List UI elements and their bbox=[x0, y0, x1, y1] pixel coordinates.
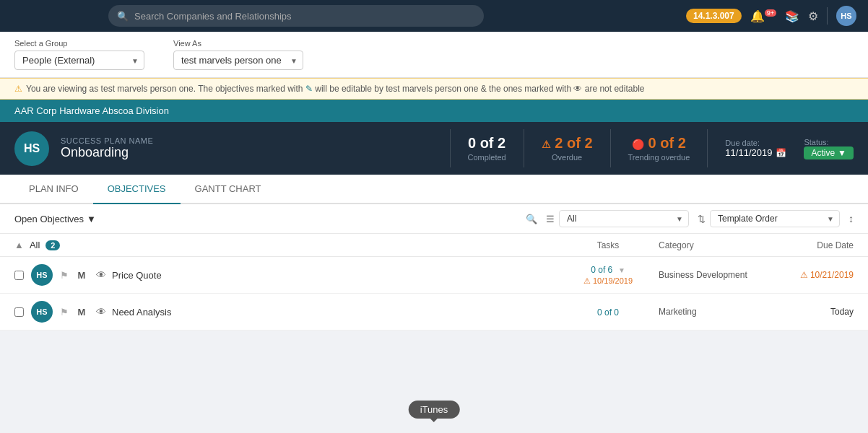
plan-info-block: SUCCESS PLAN NAME Onboarding bbox=[61, 136, 435, 160]
tab-gantt-chart[interactable]: GANTT CHART bbox=[181, 175, 276, 204]
objective-name[interactable]: Need Analysis bbox=[112, 307, 557, 318]
warning-icon: ⚠ bbox=[542, 139, 551, 150]
collapse-icon[interactable]: ▲ bbox=[14, 240, 24, 250]
group-label: Select a Group bbox=[14, 39, 144, 48]
tasks-header: Tasks bbox=[557, 240, 659, 250]
bookmark-icon[interactable]: ⚑ bbox=[57, 305, 71, 319]
warning-banner: ⚠ You are viewing as test marvels person… bbox=[0, 78, 868, 100]
stat-overdue: ⚠ 2 of 2 Overdue bbox=[524, 129, 611, 167]
search-icon: 🔍 bbox=[117, 11, 129, 22]
reorder-icon[interactable]: ↕ bbox=[849, 213, 854, 224]
row-icons: ⚑ M bbox=[57, 305, 89, 319]
notifications-icon[interactable]: 🔔9+ bbox=[750, 9, 776, 23]
search-icon[interactable]: 🔍 bbox=[526, 214, 537, 224]
avatar: HS bbox=[31, 264, 53, 286]
settings-icon[interactable]: ⚙ bbox=[808, 9, 818, 23]
all-count-badge: 2 bbox=[45, 240, 60, 250]
filter-all-wrapper: ☰ All My Objectives Unassigned ▼ bbox=[546, 210, 689, 227]
open-objectives-dropdown[interactable]: Open Objectives ▼ bbox=[14, 214, 96, 224]
search-bar[interactable]: 🔍 bbox=[108, 5, 484, 27]
filter-right: 🔍 ☰ All My Objectives Unassigned ▼ ⇅ Tem… bbox=[526, 210, 854, 227]
warning-icon: ⚠ bbox=[583, 276, 591, 285]
open-objectives-label: Open Objectives bbox=[14, 214, 84, 224]
viewas-select-wrapper[interactable]: test marvels person one test marvels per… bbox=[173, 51, 303, 70]
tasks-link[interactable]: 0 of 6 ▼ bbox=[557, 264, 659, 275]
tabs-bar: PLAN INFO OBJECTIVES GANTT CHART bbox=[0, 175, 868, 204]
company-header: AAR Corp Hardware Abscoa Division bbox=[0, 100, 868, 122]
bookmark-icon[interactable]: ⚑ bbox=[57, 268, 71, 282]
eye-icon[interactable]: 👁 bbox=[96, 306, 106, 318]
help-icon[interactable]: 📚 bbox=[785, 9, 799, 23]
status-badge[interactable]: Active ▼ bbox=[804, 146, 854, 159]
stat-trending: 🔴 0 of 2 Trending overdue bbox=[611, 129, 708, 167]
plan-stats: 0 of 2 Completed ⚠ 2 of 2 Overdue 🔴 0 of… bbox=[450, 129, 708, 167]
status-label: Status: bbox=[804, 138, 854, 146]
controls-bar: Select a Group People (External) People … bbox=[0, 32, 868, 78]
calendar-icon[interactable]: 📅 bbox=[776, 148, 786, 158]
m-icon[interactable]: M bbox=[74, 305, 89, 319]
overdue-label: Overdue bbox=[542, 153, 593, 162]
all-label: All bbox=[30, 240, 40, 250]
trending-count: 🔴 0 of 2 bbox=[628, 135, 690, 152]
plan-name: Onboarding bbox=[61, 145, 435, 160]
tab-plan-info[interactable]: PLAN INFO bbox=[14, 175, 93, 204]
warning-icon: ⚠ bbox=[14, 84, 22, 94]
pencil-icon: ✎ bbox=[305, 84, 313, 94]
company-name: AAR Corp Hardware Abscoa Division bbox=[14, 105, 169, 116]
warning-icon: ⚠ bbox=[800, 270, 808, 280]
due-date-label: Due date: bbox=[725, 139, 786, 147]
stat-completed: 0 of 2 Completed bbox=[451, 129, 524, 167]
chevron-down-icon: ▼ bbox=[87, 214, 96, 224]
duedate-cell: Today bbox=[767, 307, 854, 317]
status-group: Status: Active ▼ bbox=[804, 138, 854, 159]
version-badge: 14.1.3.007 bbox=[686, 9, 742, 23]
filter-row: Open Objectives ▼ 🔍 ☰ All My Objectives … bbox=[0, 204, 868, 234]
plan-label: SUCCESS PLAN NAME bbox=[61, 136, 435, 145]
tasks-overdue-date: ⚠ 10/19/2019 bbox=[557, 276, 659, 286]
group-select[interactable]: People (External) People (Internal) Comp… bbox=[14, 51, 144, 70]
nav-right: 14.1.3.007 🔔9+ 📚 ⚙ HS bbox=[686, 6, 856, 26]
overdue-count: ⚠ 2 of 2 bbox=[542, 135, 593, 152]
warning-text: You are viewing as test marvels person o… bbox=[26, 84, 644, 94]
top-navigation: 🔍 14.1.3.007 🔔9+ 📚 ⚙ HS bbox=[0, 0, 868, 32]
filter-select-container[interactable]: All My Objectives Unassigned ▼ bbox=[559, 210, 689, 227]
category-header: Category bbox=[659, 240, 767, 250]
eye-icon: 👁 bbox=[573, 84, 582, 94]
all-section: ▲ All 2 bbox=[14, 240, 557, 250]
row-checkbox[interactable] bbox=[14, 307, 24, 317]
category-cell: Business Development bbox=[659, 270, 767, 280]
completed-label: Completed bbox=[468, 153, 506, 162]
eye-icon[interactable]: 👁 bbox=[96, 269, 106, 281]
viewas-selector-group: View As test marvels person one test mar… bbox=[173, 39, 303, 70]
completed-count: 0 of 2 bbox=[468, 135, 506, 152]
category-cell: Marketing bbox=[659, 307, 767, 317]
filter-select[interactable]: All My Objectives Unassigned bbox=[559, 210, 689, 227]
viewas-label: View As bbox=[173, 39, 303, 48]
avatar[interactable]: HS bbox=[836, 6, 856, 26]
trending-label: Trending overdue bbox=[628, 153, 690, 162]
search-input[interactable] bbox=[134, 11, 475, 22]
trending-icon: 🔴 bbox=[632, 139, 644, 150]
sort-select-container[interactable]: Template Order Due Date Name ▼ bbox=[710, 210, 840, 227]
group-selector-group: Select a Group People (External) People … bbox=[14, 39, 144, 70]
group-select-wrapper[interactable]: People (External) People (Internal) Comp… bbox=[14, 51, 144, 70]
duedate-cell: ⚠ 10/21/2019 bbox=[767, 270, 854, 280]
sort-wrapper: ⇅ Template Order Due Date Name ▼ bbox=[698, 210, 840, 227]
sort-select[interactable]: Template Order Due Date Name bbox=[710, 210, 840, 227]
duedate-header: Due Date bbox=[767, 240, 854, 250]
tasks-cell: 0 of 0 bbox=[557, 307, 659, 318]
objective-name[interactable]: Price Quote bbox=[112, 270, 557, 281]
tasks-link[interactable]: 0 of 0 bbox=[557, 307, 659, 318]
row-checkbox[interactable] bbox=[14, 271, 24, 280]
objectives-table: ▲ All 2 Tasks Category Due Date HS ⚑ M 👁… bbox=[0, 234, 868, 331]
row-icons: ⚑ M bbox=[57, 268, 89, 282]
plan-meta: Due date: 11/11/2019 📅 Status: Active ▼ bbox=[708, 138, 854, 159]
table-row: HS ⚑ M 👁 Price Quote 0 of 6 ▼ ⚠ 10/19/20… bbox=[0, 257, 868, 294]
m-icon[interactable]: M bbox=[74, 268, 89, 282]
table-header-row: ▲ All 2 Tasks Category Due Date bbox=[0, 234, 868, 257]
viewas-select[interactable]: test marvels person one test marvels per… bbox=[173, 51, 303, 70]
sort-icon: ⇅ bbox=[698, 214, 706, 224]
due-date-value: 11/11/2019 📅 bbox=[725, 147, 786, 158]
avatar: HS bbox=[31, 301, 53, 323]
tab-objectives[interactable]: OBJECTIVES bbox=[93, 175, 181, 204]
